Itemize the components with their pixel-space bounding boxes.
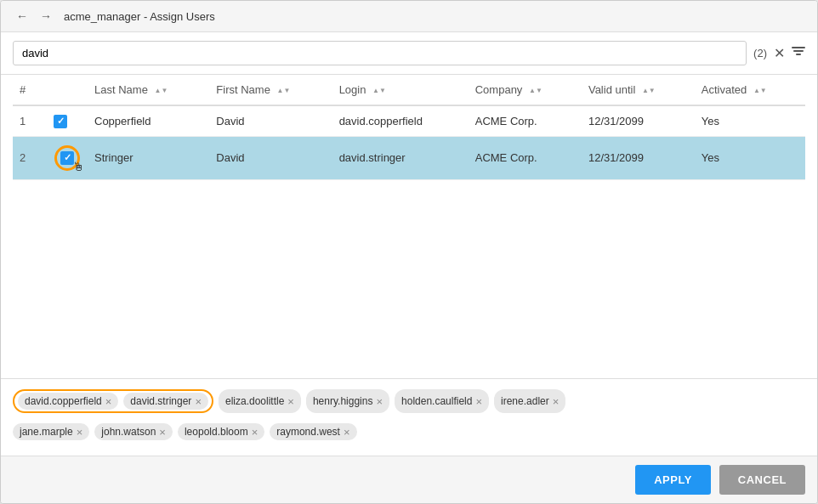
tag-remove-button[interactable]: × xyxy=(105,396,112,407)
navigation: ← → xyxy=(13,8,55,25)
sort-arrows-activated[interactable]: ▲▼ xyxy=(753,88,767,94)
table-body: 1✓CopperfieldDaviddavid.copperfieldACME … xyxy=(13,105,805,179)
cancel-button[interactable]: CANCEL xyxy=(719,465,805,495)
apply-button[interactable]: APPLY xyxy=(635,465,711,495)
sort-arrows-login[interactable]: ▲▼ xyxy=(372,88,386,94)
tag-item: david.stringer× xyxy=(123,393,208,410)
page-title: acme_manager - Assign Users xyxy=(64,10,215,23)
tag-remove-button[interactable]: × xyxy=(195,396,202,407)
col-header-activated: Activated ▲▼ xyxy=(695,75,805,105)
modal-container: ← → acme_manager - Assign Users (2) ✕ # … xyxy=(0,0,818,504)
tag-remove-button[interactable]: × xyxy=(159,427,166,438)
search-input[interactable] xyxy=(13,41,747,65)
search-count: (2) xyxy=(753,47,767,59)
tag-label: henry.higgins xyxy=(313,395,373,407)
tags-area: david.copperfield×david.stringer×eliza.d… xyxy=(1,378,817,456)
cell-checkbox[interactable]: ✓ 🖱 xyxy=(47,136,88,179)
highlighted-tags-container: david.copperfield×david.stringer× xyxy=(13,389,213,413)
tag-label: irene.adler xyxy=(501,395,549,407)
cell-login: david.stringer xyxy=(332,136,469,179)
table-header-row: # Last Name ▲▼ First Name ▲▼ Login ▲▼ Co… xyxy=(13,75,805,105)
cell-first-name: David xyxy=(209,105,332,136)
tag-item: eliza.doolittle× xyxy=(219,389,301,413)
cell-activated: Yes xyxy=(695,105,805,136)
cell-first-name: David xyxy=(209,136,332,179)
tag-item: leopold.bloom× xyxy=(178,423,264,440)
tag-item: holden.caulfield× xyxy=(395,389,489,413)
tags-row: david.copperfield×david.stringer×eliza.d… xyxy=(13,389,805,440)
tag-item: jane.marple× xyxy=(13,423,89,440)
forward-button[interactable]: → xyxy=(37,8,55,25)
cell-activated: Yes xyxy=(695,136,805,179)
cell-last-name: Copperfield xyxy=(88,105,209,136)
users-table: # Last Name ▲▼ First Name ▲▼ Login ▲▼ Co… xyxy=(13,75,805,180)
cell-num: 2 xyxy=(13,136,47,179)
cell-login: david.copperfield xyxy=(332,105,469,136)
tag-label: david.stringer xyxy=(130,395,191,407)
back-button[interactable]: ← xyxy=(13,8,31,25)
col-header-valid-until: Valid until ▲▼ xyxy=(582,75,695,105)
cell-valid-until: 12/31/2099 xyxy=(582,105,695,136)
tag-remove-button[interactable]: × xyxy=(77,427,83,438)
tag-label: eliza.doolittle xyxy=(225,395,284,407)
tag-remove-button[interactable]: × xyxy=(252,427,258,438)
sort-arrows-first-name[interactable]: ▲▼ xyxy=(277,88,291,94)
tag-label: david.copperfield xyxy=(25,395,102,407)
tag-remove-button[interactable]: × xyxy=(553,396,560,407)
table-row[interactable]: 2 ✓ 🖱 StringerDaviddavid.stringerACME Co… xyxy=(13,136,805,179)
tag-label: holden.caulfield xyxy=(401,395,472,407)
table-container: # Last Name ▲▼ First Name ▲▼ Login ▲▼ Co… xyxy=(1,75,817,378)
sort-arrows-company[interactable]: ▲▼ xyxy=(529,88,542,94)
col-header-last-name: Last Name ▲▼ xyxy=(88,75,209,105)
cell-company: ACME Corp. xyxy=(469,105,582,136)
cell-checkbox[interactable]: ✓ xyxy=(47,105,88,136)
tag-item: raymond.west× xyxy=(270,423,356,440)
sort-arrows-valid-until[interactable]: ▲▼ xyxy=(642,88,656,94)
table-row[interactable]: 1✓CopperfieldDaviddavid.copperfieldACME … xyxy=(13,105,805,136)
tag-label: john.watson xyxy=(101,426,156,438)
cell-num: 1 xyxy=(13,105,47,136)
tag-remove-button[interactable]: × xyxy=(344,427,350,438)
tag-remove-button[interactable]: × xyxy=(376,396,383,407)
col-header-num: # xyxy=(13,75,47,105)
checkbox-icon[interactable]: ✓ xyxy=(54,115,67,128)
tag-remove-button[interactable]: × xyxy=(475,396,482,407)
tag-label: jane.marple xyxy=(20,426,73,438)
tags-row-2: jane.marple×john.watson×leopold.bloom×ra… xyxy=(13,423,357,440)
clear-button[interactable]: ✕ xyxy=(774,47,785,60)
col-header-first-name: First Name ▲▼ xyxy=(209,75,332,105)
tags-row-1: david.copperfield×david.stringer×eliza.d… xyxy=(13,389,565,413)
cell-last-name: Stringer xyxy=(88,136,209,179)
col-header-checkbox xyxy=(47,75,88,105)
col-header-company: Company ▲▼ xyxy=(469,75,582,105)
tag-item: john.watson× xyxy=(94,423,173,440)
sort-arrows-last-name[interactable]: ▲▼ xyxy=(154,88,168,94)
tag-item: irene.adler× xyxy=(494,389,565,413)
tag-label: raymond.west xyxy=(276,426,340,438)
cell-company: ACME Corp. xyxy=(469,136,582,179)
header: ← → acme_manager - Assign Users xyxy=(1,1,817,32)
cell-valid-until: 12/31/2099 xyxy=(582,136,695,179)
footer: APPLY CANCEL xyxy=(1,456,817,503)
tag-item: henry.higgins× xyxy=(306,389,389,413)
col-header-login: Login ▲▼ xyxy=(332,75,469,105)
tag-label: leopold.bloom xyxy=(185,426,248,438)
search-row: (2) ✕ xyxy=(1,32,817,75)
tag-remove-button[interactable]: × xyxy=(287,396,294,407)
tag-item: david.copperfield× xyxy=(18,393,118,410)
filter-button[interactable] xyxy=(792,45,805,61)
